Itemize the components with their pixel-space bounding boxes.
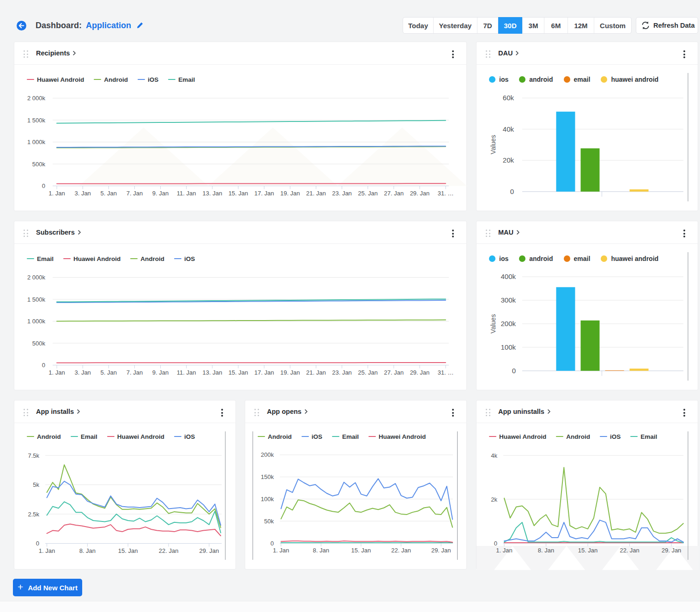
svg-text:25. Jan: 25. Jan <box>358 190 378 197</box>
svg-text:60k: 60k <box>503 94 514 102</box>
svg-text:1. Jan: 1. Jan <box>48 369 65 376</box>
svg-text:1 500k: 1 500k <box>27 296 46 303</box>
svg-text:1. Jan: 1. Jan <box>39 547 55 554</box>
svg-text:400k: 400k <box>501 273 516 280</box>
svg-text:500k: 500k <box>32 340 46 347</box>
svg-text:21. Jan: 21. Jan <box>306 190 326 197</box>
svg-text:500k: 500k <box>32 161 46 168</box>
svg-text:15. Jan: 15. Jan <box>578 547 598 554</box>
svg-text:29. Jan: 29. Jan <box>662 547 682 554</box>
svg-text:150k: 150k <box>261 473 274 480</box>
svg-text:100k: 100k <box>501 343 516 351</box>
svg-text:22. Jan: 22. Jan <box>159 547 179 554</box>
svg-text:0: 0 <box>271 540 274 547</box>
svg-text:5k: 5k <box>33 481 39 488</box>
svg-text:13. Jan: 13. Jan <box>203 190 223 197</box>
svg-text:7.5k: 7.5k <box>28 452 39 459</box>
svg-text:300k: 300k <box>501 296 516 304</box>
svg-text:31. …: 31. … <box>438 369 454 376</box>
svg-text:8. Jan: 8. Jan <box>538 547 554 554</box>
svg-text:29. Jan: 29. Jan <box>199 547 219 554</box>
svg-text:23. Jan: 23. Jan <box>332 369 352 376</box>
svg-text:27. Jan: 27. Jan <box>384 190 404 197</box>
svg-text:23. Jan: 23. Jan <box>332 190 352 197</box>
svg-text:3. Jan: 3. Jan <box>74 190 91 197</box>
svg-text:9. Jan: 9. Jan <box>152 190 169 197</box>
svg-text:17. Jan: 17. Jan <box>254 369 274 376</box>
svg-text:19. Jan: 19. Jan <box>280 369 300 376</box>
svg-text:13. Jan: 13. Jan <box>203 369 223 376</box>
svg-text:27. Jan: 27. Jan <box>384 369 404 376</box>
svg-text:19. Jan: 19. Jan <box>280 190 300 197</box>
svg-text:15. Jan: 15. Jan <box>229 190 248 197</box>
svg-text:200k: 200k <box>501 320 516 327</box>
svg-text:1 500k: 1 500k <box>27 117 46 124</box>
svg-text:5. Jan: 5. Jan <box>101 369 117 376</box>
svg-text:1 000k: 1 000k <box>27 318 46 325</box>
svg-text:22. Jan: 22. Jan <box>620 547 640 554</box>
svg-text:4k: 4k <box>491 452 497 459</box>
svg-text:1. Jan: 1. Jan <box>496 547 512 554</box>
svg-text:100k: 100k <box>261 496 274 503</box>
svg-text:3. Jan: 3. Jan <box>74 369 91 376</box>
svg-text:8. Jan: 8. Jan <box>79 547 96 554</box>
svg-text:0: 0 <box>510 188 514 195</box>
svg-text:9. Jan: 9. Jan <box>152 369 169 376</box>
svg-text:20k: 20k <box>503 156 514 164</box>
svg-text:1. Jan: 1. Jan <box>48 190 65 197</box>
svg-text:2 000k: 2 000k <box>27 274 46 281</box>
svg-text:21. Jan: 21. Jan <box>306 369 326 376</box>
svg-text:15. Jan: 15. Jan <box>351 547 371 554</box>
svg-text:29. Jan: 29. Jan <box>410 190 430 197</box>
svg-text:50k: 50k <box>264 518 274 525</box>
svg-text:2k: 2k <box>491 496 497 503</box>
svg-text:29. Jan: 29. Jan <box>431 547 451 554</box>
svg-text:0: 0 <box>512 367 516 375</box>
svg-text:7. Jan: 7. Jan <box>127 369 143 376</box>
svg-text:11. Jan: 11. Jan <box>177 190 196 197</box>
svg-text:40k: 40k <box>503 125 514 133</box>
svg-text:15. Jan: 15. Jan <box>229 369 248 376</box>
svg-text:22. Jan: 22. Jan <box>391 547 411 554</box>
svg-text:200k: 200k <box>261 451 274 458</box>
svg-text:Values: Values <box>489 135 497 154</box>
svg-text:0: 0 <box>42 182 45 189</box>
svg-text:2.5k: 2.5k <box>28 511 39 518</box>
svg-text:31. …: 31. … <box>438 190 454 197</box>
svg-text:7. Jan: 7. Jan <box>127 190 143 197</box>
svg-text:0: 0 <box>494 540 497 547</box>
svg-text:5. Jan: 5. Jan <box>101 190 117 197</box>
svg-text:0: 0 <box>42 362 45 369</box>
svg-text:1 000k: 1 000k <box>27 139 46 145</box>
svg-text:2 000k: 2 000k <box>27 95 46 102</box>
svg-text:Values: Values <box>489 314 497 333</box>
svg-text:29. Jan: 29. Jan <box>410 369 430 376</box>
svg-text:15. Jan: 15. Jan <box>118 547 138 554</box>
svg-text:17. Jan: 17. Jan <box>254 190 274 197</box>
svg-text:0: 0 <box>36 540 39 547</box>
svg-text:8. Jan: 8. Jan <box>313 547 329 554</box>
svg-text:1. Jan: 1. Jan <box>273 547 289 554</box>
svg-text:11. Jan: 11. Jan <box>177 369 196 376</box>
svg-text:25. Jan: 25. Jan <box>358 369 378 376</box>
